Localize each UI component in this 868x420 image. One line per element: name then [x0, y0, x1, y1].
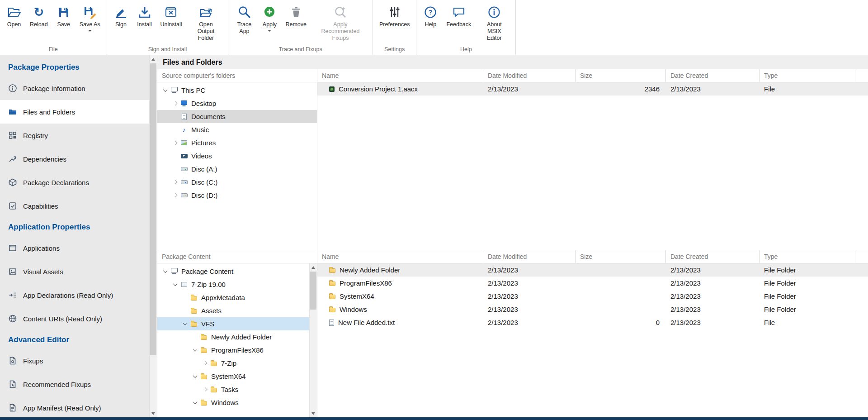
- file-row-newly-added-folder[interactable]: Newly Added Folder 2/13/2023 2/13/2023 F…: [317, 263, 868, 277]
- preferences-button[interactable]: Preferences: [375, 2, 414, 44]
- column-header-date-modified[interactable]: Date Modified: [483, 250, 576, 263]
- sidebar-item-app-manifest[interactable]: App Manifest (Read Only): [0, 396, 149, 417]
- column-header-name[interactable]: Name: [317, 250, 483, 263]
- sidebar-item-registry[interactable]: Registry: [0, 124, 149, 147]
- chevron-down-icon[interactable]: [161, 89, 169, 92]
- chevron-down-icon[interactable]: [191, 401, 199, 404]
- tree-item-disc-a[interactable]: Disc (A:): [157, 162, 317, 176]
- apply-button[interactable]: Apply: [258, 2, 281, 44]
- sidebar-item-recommended-fixups[interactable]: Recommended Fixups: [0, 372, 149, 396]
- tree-item-this-pc[interactable]: This PC: [157, 84, 317, 97]
- sidebar-item-package-information[interactable]: Package Information: [0, 76, 149, 100]
- save-button[interactable]: Save: [52, 2, 75, 44]
- tree-item-systemx64[interactable]: SystemX64: [157, 370, 309, 383]
- file-row-conversion-project[interactable]: Conversion Project 1.aacx 2/13/2023 2346…: [317, 82, 868, 95]
- scroll-down-arrow[interactable]: [150, 410, 157, 417]
- install-button[interactable]: Install: [133, 2, 156, 44]
- chevron-down-icon[interactable]: [161, 270, 169, 273]
- tree-item-newly-added-folder[interactable]: Newly Added Folder: [157, 330, 309, 344]
- uninstall-icon: [164, 4, 178, 21]
- package-panel-header: Package Content: [157, 250, 317, 263]
- tree-item-disc-c[interactable]: Disc (C:): [157, 176, 317, 189]
- column-header-size[interactable]: Size: [576, 69, 666, 82]
- scrollbar-thumb[interactable]: [150, 63, 156, 355]
- file-row-windows[interactable]: Windows 2/13/2023 2/13/2023 File Folder: [317, 303, 868, 316]
- uninstall-button[interactable]: Uninstall: [156, 2, 186, 44]
- chevron-right-icon[interactable]: [171, 194, 179, 197]
- apply-recommended-fixups-button[interactable]: Apply Recommended Fixups: [311, 2, 370, 44]
- trace-app-button[interactable]: Trace App: [231, 2, 258, 44]
- sidebar-item-dependencies[interactable]: Dependencies: [0, 147, 149, 171]
- chevron-down-icon[interactable]: [191, 375, 199, 378]
- tree-item-desktop[interactable]: Desktop: [157, 97, 317, 110]
- chevron-down-icon[interactable]: [268, 30, 271, 32]
- tree-item-windows[interactable]: Windows: [157, 396, 309, 409]
- tree-item-7zip-1900[interactable]: 7-Zip 19.00: [157, 278, 309, 291]
- tree-item-documents[interactable]: Documents: [157, 110, 317, 123]
- sidebar-item-app-declarations[interactable]: App Declarations (Read Only): [0, 283, 149, 307]
- tree-item-pictures[interactable]: Pictures: [157, 136, 317, 149]
- about-msix-editor-button[interactable]: About MSIX Editor: [475, 2, 513, 44]
- trace-app-label: Trace App: [235, 21, 254, 35]
- column-header-type[interactable]: Type: [760, 69, 855, 82]
- column-header-date-created[interactable]: Date Created: [666, 69, 760, 82]
- chevron-down-icon[interactable]: [191, 348, 199, 352]
- open-output-folder-button[interactable]: Open Output Folder: [186, 2, 226, 44]
- tree-item-vfs[interactable]: VFS: [157, 317, 309, 330]
- scroll-up-arrow[interactable]: [310, 263, 317, 271]
- sidebar-item-applications[interactable]: Applications: [0, 236, 149, 260]
- folder-icon: [199, 334, 209, 340]
- tree-item-music[interactable]: ♪ Music: [157, 123, 317, 136]
- tree-item-assets[interactable]: Assets: [157, 304, 309, 317]
- sidebar-item-files-and-folders[interactable]: Files and Folders: [0, 100, 149, 124]
- tree-item-package-content[interactable]: Package Content: [157, 265, 309, 278]
- help-button[interactable]: ? Help: [419, 2, 442, 44]
- sidebar-item-label: Fixups: [23, 357, 43, 365]
- sidebar-item-visual-assets[interactable]: Visual Assets: [0, 260, 149, 283]
- sidebar-item-fixups[interactable]: Fixups: [0, 349, 149, 372]
- package-tree-scrollbar[interactable]: [309, 263, 317, 417]
- remove-button[interactable]: Remove: [281, 2, 311, 44]
- chevron-right-icon[interactable]: [171, 181, 179, 184]
- chevron-down-icon[interactable]: [181, 322, 189, 325]
- column-header-date-modified[interactable]: Date Modified: [483, 69, 576, 82]
- tree-item-appxmetadata[interactable]: AppxMetadata: [157, 291, 309, 304]
- sidebar-item-label: Recommended Fixups: [23, 381, 91, 388]
- sidebar-item-capabilities[interactable]: Capabilities: [0, 194, 149, 218]
- scroll-down-arrow[interactable]: [310, 410, 317, 417]
- chevron-down-icon[interactable]: [88, 30, 92, 32]
- tree-item-disc-d[interactable]: Disc (D:): [157, 189, 317, 202]
- scrollbar-thumb[interactable]: [310, 272, 316, 310]
- visual-assets-icon: [8, 267, 17, 276]
- tree-item-videos[interactable]: Videos: [157, 149, 317, 162]
- chevron-right-icon[interactable]: [201, 362, 209, 365]
- tree-item-tasks[interactable]: Tasks: [157, 383, 309, 396]
- sidebar-item-content-uris[interactable]: Content URIs (Read Only): [0, 307, 149, 330]
- file-row-programfilesx86[interactable]: ProgramFilesX86 2/13/2023 2/13/2023 File…: [317, 277, 868, 290]
- file-row-systemx64[interactable]: SystemX64 2/13/2023 2/13/2023 File Folde…: [317, 290, 868, 303]
- tree-item-programfilesx86[interactable]: ProgramFilesX86: [157, 344, 309, 357]
- monitor-icon: [179, 100, 189, 107]
- sidebar-item-package-declarations[interactable]: Package Declarations: [0, 171, 149, 194]
- feedback-button[interactable]: Feedback: [442, 2, 475, 44]
- chevron-down-icon[interactable]: [171, 283, 179, 286]
- column-header-size[interactable]: Size: [576, 250, 666, 263]
- file-row-new-file-added[interactable]: New File Added.txt 2/13/2023 0 2/13/2023…: [317, 316, 868, 329]
- folder-icon: [329, 295, 335, 299]
- package-file-list: Name Date Modified Size Date Created Typ…: [317, 250, 868, 417]
- reload-button[interactable]: ↻ Reload: [26, 2, 52, 44]
- reload-label: Reload: [30, 21, 48, 28]
- save-as-button[interactable]: Save As: [75, 2, 104, 44]
- chevron-right-icon[interactable]: [171, 102, 179, 105]
- scroll-up-arrow[interactable]: [150, 55, 157, 63]
- open-button[interactable]: Open: [2, 2, 26, 44]
- sidebar-scrollbar[interactable]: [149, 55, 157, 417]
- tree-item-7zip[interactable]: 7-Zip: [157, 357, 309, 370]
- chevron-right-icon[interactable]: [171, 141, 179, 144]
- column-header-type[interactable]: Type: [760, 250, 855, 263]
- chevron-right-icon[interactable]: [201, 388, 209, 391]
- ribbon-group-help-label: Help: [419, 44, 513, 55]
- sign-button[interactable]: Sign: [109, 2, 133, 44]
- column-header-date-created[interactable]: Date Created: [666, 250, 760, 263]
- column-header-name[interactable]: Name: [317, 69, 483, 82]
